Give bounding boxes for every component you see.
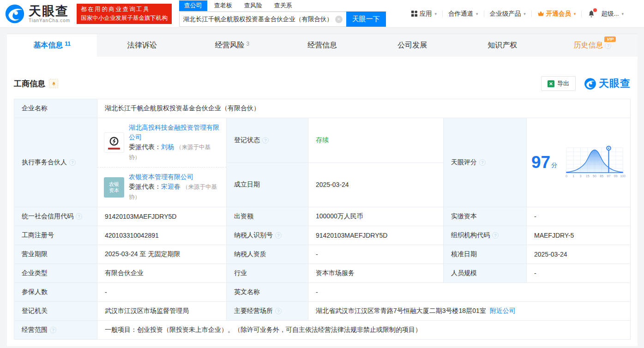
partner-name-link[interactable]: 湖北高投科技金融投资管理有限公司 bbox=[129, 123, 220, 142]
search-box: ✕ bbox=[179, 12, 346, 27]
nav-tab-label: 公司发展 bbox=[397, 41, 427, 50]
nav-tab-基本信息[interactable]: 基本信息11 bbox=[7, 34, 97, 57]
partner-name-link[interactable]: 农银资本管理有限公司 bbox=[129, 172, 220, 182]
partner-representative: 委派代表：刘杨 （来源于中基协） bbox=[129, 142, 220, 162]
export-button[interactable]: 导出 bbox=[541, 76, 576, 91]
menu-apps[interactable]: 应用 ▾ bbox=[411, 10, 437, 18]
menu-apps-label: 应用 bbox=[420, 10, 432, 18]
divider bbox=[531, 11, 532, 17]
field-label-executive-partner: 执行事务合伙人 ? bbox=[14, 118, 97, 207]
field-label: 工商注册号 bbox=[14, 226, 97, 245]
representative-link[interactable]: 刘杨 bbox=[161, 143, 174, 150]
nav-tab-label: 经营信息 bbox=[307, 41, 337, 50]
partner-list: 湖北高投科技金融投资管理有限公司 委派代表：刘杨 （来源于中基协） 农银 资本 bbox=[97, 118, 227, 207]
field-label-score: 天眼评分 ? bbox=[444, 118, 527, 207]
menu-super-vip[interactable]: 超级... ▾ bbox=[601, 10, 624, 18]
menu-enterprise-label: 企业级产品 bbox=[490, 10, 521, 18]
help-icon[interactable]: ? bbox=[262, 137, 269, 144]
field-value: 一般项目：创业投资（限投资未上市企业）。（除许可业务外，可自主依法经营法律法规非… bbox=[97, 321, 630, 339]
svg-text:0: 0 bbox=[566, 174, 567, 178]
field-label: 行业 bbox=[227, 264, 308, 282]
menu-enterprise-products[interactable]: 企业级产品 ▾ bbox=[490, 10, 526, 18]
field-label: 组织机构代码? bbox=[444, 226, 527, 245]
field-label-company-name: 企业名称 bbox=[14, 99, 97, 118]
field-value: 420103310042891 bbox=[97, 226, 227, 245]
nav-tab-历史信息[interactable]: 历史信息?VIP bbox=[548, 34, 638, 57]
help-icon[interactable]: ? bbox=[492, 232, 499, 239]
info-row: 登记机关武汉市江汉区市场监督管理局主要经营场所?湖北省武汉市江汉区常青路7号恒融… bbox=[14, 301, 630, 320]
field-label: 核准日期 bbox=[444, 245, 527, 264]
field-label: 纳税人资质 bbox=[227, 245, 308, 264]
field-value: 2025-03-24 至 无固定期限 bbox=[97, 245, 227, 264]
field-value: MAEFJDRY-5 bbox=[527, 226, 630, 245]
svg-text:97: 97 bbox=[607, 174, 611, 178]
field-label: 统一社会信用代码? bbox=[14, 207, 97, 226]
nav-tab-公司发展[interactable]: 公司发展 bbox=[367, 34, 457, 57]
partner-emblem-icon bbox=[108, 136, 120, 147]
field-label: 英文名称 bbox=[227, 283, 308, 301]
company-name-row: 企业名称 湖北长江千帆企航股权投资基金合伙企业（有限合伙） bbox=[14, 99, 630, 118]
field-label: 营业期限 bbox=[14, 245, 97, 264]
partner-item: 湖北高投科技金融投资管理有限公司 委派代表：刘杨 （来源于中基协） bbox=[97, 118, 226, 167]
svg-text:100: 100 bbox=[620, 174, 626, 178]
tianyancha-logo[interactable]: 天眼查 TianYanCha.com bbox=[5, 4, 70, 24]
help-icon[interactable]: ? bbox=[69, 159, 76, 166]
nav-tab-知识产权[interactable]: 知识产权 bbox=[457, 34, 548, 57]
partner-logo[interactable]: 农银 资本 bbox=[104, 177, 124, 198]
monitor-bell-icon[interactable] bbox=[49, 79, 58, 88]
field-value: - bbox=[308, 245, 444, 264]
field-label: 纳税人识别号? bbox=[227, 226, 308, 245]
partner-logo[interactable] bbox=[104, 132, 124, 153]
field-value: 资本市场服务 bbox=[308, 264, 444, 282]
logo-brand-text: 天眼查 bbox=[29, 5, 70, 18]
field-value: 2025-03-24 bbox=[527, 245, 630, 264]
excel-icon bbox=[548, 80, 554, 87]
search-tab-boss[interactable]: 查老板 bbox=[209, 0, 237, 11]
field-label-reg-status: 登记状态 ? bbox=[227, 118, 308, 162]
menu-cooperation[interactable]: 合作通道 ▾ bbox=[448, 10, 478, 18]
nav-tab-经营信息[interactable]: 经营信息 bbox=[277, 34, 367, 57]
field-value: - bbox=[97, 283, 227, 301]
menu-cooperation-label: 合作通道 bbox=[448, 10, 473, 18]
svg-text:99: 99 bbox=[614, 174, 618, 178]
field-label: 企业类型 bbox=[14, 264, 97, 282]
nearby-companies-link[interactable]: 附近公司 bbox=[490, 307, 516, 315]
partner-representative: 委派代表：宋迎春 （来源于中基协） bbox=[129, 182, 220, 202]
help-icon[interactable]: ? bbox=[76, 213, 82, 220]
field-value: 湖北省武汉市江汉区常青路7号恒融大厦二期3号楼18层01室附近公司 bbox=[308, 302, 630, 320]
nav-tab-经营风险[interactable]: 经营风险3 bbox=[187, 34, 277, 57]
menu-vip-label: 开通会员 bbox=[546, 10, 571, 18]
field-value-company-name: 湖北长江千帆企航股权投资基金合伙企业（有限合伙） bbox=[97, 99, 630, 118]
crown-icon bbox=[537, 11, 544, 17]
menu-notifications[interactable] bbox=[587, 10, 596, 18]
field-label: 实缴资本 bbox=[444, 207, 527, 226]
search-button[interactable]: 天眼一下 bbox=[346, 12, 386, 27]
field-label: 登记机关 bbox=[14, 302, 97, 320]
logo-domain-text: TianYanCha.com bbox=[29, 18, 70, 23]
search-tab-relation[interactable]: 查关系 bbox=[269, 0, 297, 11]
help-icon[interactable]: ? bbox=[50, 327, 56, 333]
nav-tab-法律诉讼[interactable]: 法律诉讼 bbox=[97, 34, 187, 57]
score-number: 97分 bbox=[531, 154, 557, 171]
notification-dot bbox=[593, 8, 597, 12]
field-label: 参保人数 bbox=[14, 283, 97, 301]
search-tab-risk[interactable]: 查风险 bbox=[239, 0, 267, 11]
info-row: 营业期限2025-03-24 至 无固定期限纳税人资质-核准日期2025-03-… bbox=[14, 245, 630, 264]
field-label: 出资额 bbox=[227, 207, 308, 226]
search-input[interactable] bbox=[183, 16, 335, 23]
partner-logo-text: 农银 bbox=[109, 181, 119, 187]
divider bbox=[442, 11, 443, 17]
nav-tab-label: 历史信息 bbox=[573, 41, 603, 50]
help-icon[interactable]: ? bbox=[605, 42, 611, 49]
info-row: 参保人数-英文名称- bbox=[14, 282, 630, 301]
help-icon[interactable]: ? bbox=[479, 159, 486, 166]
field-value: - bbox=[527, 207, 630, 226]
help-icon[interactable]: ? bbox=[275, 308, 282, 314]
clear-search-icon[interactable]: ✕ bbox=[335, 16, 343, 23]
search-tab-company[interactable]: 查公司 bbox=[179, 0, 207, 11]
representative-link[interactable]: 宋迎春 bbox=[161, 183, 181, 190]
menu-open-vip[interactable]: 开通会员 ▾ bbox=[537, 10, 576, 18]
divider bbox=[484, 11, 484, 17]
field-value: - bbox=[527, 264, 630, 282]
help-icon[interactable]: ? bbox=[275, 232, 282, 239]
